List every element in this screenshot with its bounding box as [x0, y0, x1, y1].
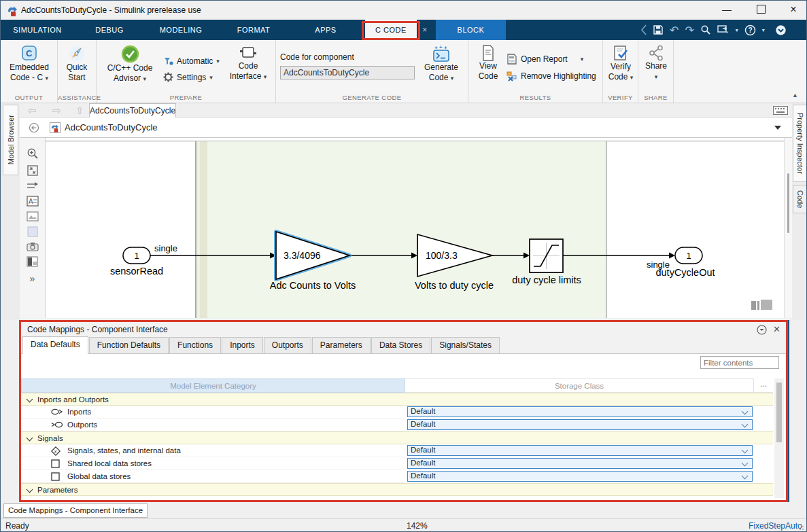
- area-icon[interactable]: [27, 226, 38, 237]
- zoom-in-icon[interactable]: [27, 147, 39, 160]
- tab-simulation[interactable]: SIMULATION: [10, 20, 65, 40]
- panel-minimize-icon[interactable]: [757, 325, 767, 335]
- canvas-palette: A »: [20, 138, 46, 318]
- viewmarks-icon[interactable]: [27, 256, 38, 267]
- resize-grip[interactable]: [797, 524, 804, 531]
- navigate-up-icon[interactable]: ⇧: [75, 105, 84, 117]
- capture-screenshot-icon[interactable]: *: [717, 24, 729, 35]
- remove-highlighting-button[interactable]: Remove Highlighting: [506, 71, 596, 82]
- maximize-button[interactable]: [747, 1, 774, 20]
- embedded-code-icon: C: [21, 45, 37, 63]
- model-canvas[interactable]: 1 sensorRead single 3.3/4096 Adc Counts …: [46, 138, 784, 318]
- help-dropdown-icon[interactable]: ▾: [762, 27, 765, 33]
- canvas-vscrollbar[interactable]: [784, 138, 792, 318]
- storage-class-select-signals[interactable]: Default: [407, 445, 753, 456]
- ribbon-collapse-icon[interactable]: ▲: [792, 92, 798, 99]
- view-code-button[interactable]: View Code: [474, 41, 502, 81]
- annotation-icon[interactable]: A: [27, 196, 39, 207]
- palette-expand-icon[interactable]: »: [30, 273, 35, 284]
- gear-icon: [163, 72, 173, 82]
- tab-block[interactable]: BLOCK: [436, 20, 506, 40]
- automatic-build-button[interactable]: Automatic▾: [163, 56, 220, 66]
- column-header-category[interactable]: Model Element Category: [21, 378, 405, 393]
- simulink-window: AdcCountsToDutyCycle - Simulink prerelea…: [0, 0, 807, 532]
- camera-icon[interactable]: [27, 242, 39, 251]
- help-icon[interactable]: ?: [744, 24, 756, 36]
- panel-title: Code Mappings - Component Interface: [21, 325, 168, 334]
- save-icon[interactable]: [653, 24, 664, 35]
- breadcrumb[interactable]: AdcCountsToDutyCycle: [65, 122, 158, 132]
- toolstrip-collapse-icon[interactable]: [775, 24, 787, 36]
- hide-explorer-bar-icon[interactable]: [29, 122, 39, 133]
- dock-edge: [788, 320, 789, 502]
- redo-icon[interactable]: ↷: [685, 24, 693, 37]
- code-mappings-bottom-tab[interactable]: Code Mappings - Component Interface: [3, 503, 148, 518]
- embedded-code-button[interactable]: C Embedded Code - C ▾: [3, 41, 55, 83]
- tab-function-defaults[interactable]: Function Defaults: [89, 337, 169, 353]
- navigate-back-icon[interactable]: ⇦: [28, 105, 37, 117]
- code-interface-button[interactable]: Code Interface ▾: [223, 41, 273, 82]
- column-header-storage-class[interactable]: Storage Class: [405, 378, 754, 393]
- verify-code-button[interactable]: Verify Code ▾: [604, 41, 638, 82]
- chevron-down-icon[interactable]: [27, 435, 33, 442]
- tab-inports[interactable]: Inports: [222, 337, 263, 353]
- panel-close-icon[interactable]: ✕: [773, 322, 780, 337]
- tab-functions[interactable]: Functions: [169, 337, 221, 353]
- storage-class-select-inports[interactable]: Default: [407, 406, 753, 417]
- share-button[interactable]: Share ▾: [639, 41, 673, 82]
- settings-button[interactable]: Settings▾: [163, 72, 213, 82]
- storage-class-select-outports[interactable]: Default: [407, 419, 753, 430]
- property-inspector-tab[interactable]: Property Inspector: [793, 105, 807, 182]
- tab-debug[interactable]: DEBUG: [89, 20, 130, 40]
- canvas-vscrollbar-thumb[interactable]: [787, 173, 789, 233]
- datastore-icon: [51, 459, 60, 468]
- tab-outports[interactable]: Outports: [264, 337, 311, 353]
- saturation-block[interactable]: [530, 239, 563, 272]
- model-browser-tab[interactable]: Model Browser: [3, 105, 18, 175]
- storage-class-select-global[interactable]: Default: [407, 471, 753, 482]
- status-solver[interactable]: FixedStepAuto: [749, 521, 802, 531]
- chevron-down-icon[interactable]: [27, 396, 33, 403]
- image-icon[interactable]: [27, 211, 39, 221]
- code-advisor-button[interactable]: C/C++ Code Advisor ▾: [101, 41, 159, 84]
- tab-apps[interactable]: APPS: [310, 20, 341, 40]
- code-for-component-field[interactable]: [280, 66, 415, 79]
- panel-vscrollbar[interactable]: [774, 378, 784, 498]
- group-row-inports-outports[interactable]: Inports and Outports: [21, 393, 773, 406]
- tab-format[interactable]: FORMAT: [233, 20, 274, 40]
- group-assistance: Quick Start ASSISTANCE: [58, 40, 97, 103]
- filter-contents-input[interactable]: [700, 356, 779, 369]
- group-verify: Verify Code ▾ VERIFY: [603, 40, 638, 103]
- close-tab-icon[interactable]: ×: [418, 20, 432, 40]
- tab-data-stores[interactable]: Data Stores: [371, 337, 430, 353]
- minimize-button[interactable]: —: [713, 1, 740, 20]
- group-row-signals[interactable]: Signals: [21, 431, 773, 444]
- fit-to-view-icon[interactable]: [27, 164, 39, 177]
- outport-block[interactable]: 1: [675, 247, 702, 264]
- signal-routing-icon[interactable]: [27, 181, 39, 191]
- document-tab[interactable]: AdcCountsToDutyCycle: [89, 103, 176, 118]
- generate-code-button[interactable]: +++ Generate Code ▾: [417, 41, 465, 83]
- navigate-forward-icon[interactable]: ⇨: [52, 105, 61, 117]
- column-more-button[interactable]: ...: [754, 378, 773, 393]
- chevron-down-icon[interactable]: [27, 486, 33, 493]
- breadcrumb-dropdown-icon[interactable]: [774, 126, 781, 130]
- close-button[interactable]: ×: [780, 1, 807, 20]
- tab-signals-states[interactable]: Signals/States: [431, 337, 500, 353]
- tab-data-defaults[interactable]: Data Defaults: [22, 336, 88, 354]
- keyboard-shortcuts-icon[interactable]: [773, 106, 788, 115]
- tab-parameters[interactable]: Parameters: [312, 337, 371, 353]
- capture-dropdown-icon[interactable]: ▾: [736, 27, 738, 33]
- tab-modeling[interactable]: MODELING: [157, 20, 205, 40]
- panel-vscrollbar-thumb[interactable]: [776, 383, 782, 442]
- search-icon[interactable]: [700, 24, 711, 35]
- undo-icon[interactable]: ↶: [670, 24, 679, 37]
- code-side-tab[interactable]: Code: [793, 185, 807, 213]
- inport-block[interactable]: 1: [123, 247, 150, 264]
- group-row-parameters[interactable]: Parameters: [21, 483, 773, 496]
- svg-text:C: C: [26, 48, 33, 58]
- open-report-button[interactable]: Open Report ▾: [506, 54, 583, 65]
- verify-code-icon: [613, 45, 629, 62]
- quick-start-button[interactable]: Quick Start: [60, 41, 94, 82]
- storage-class-select-shared-local[interactable]: Default: [407, 458, 753, 469]
